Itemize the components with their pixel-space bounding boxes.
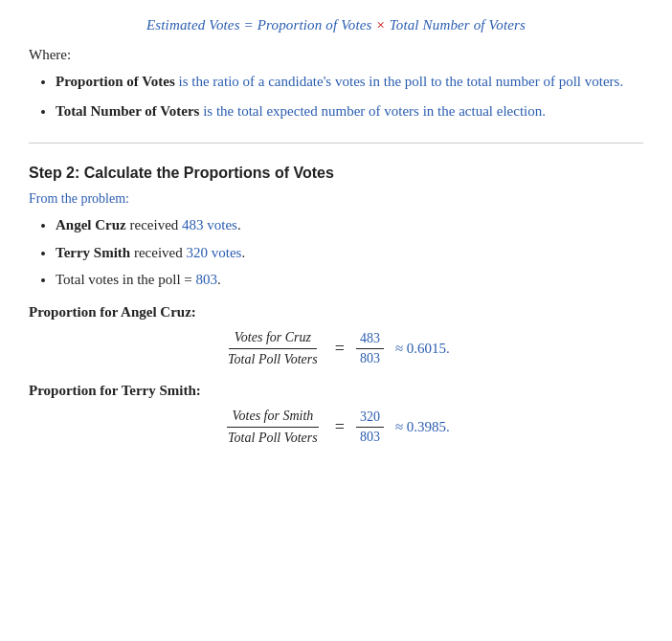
formula-display: Estimated Votes = Proportion of Votes × … <box>29 17 643 33</box>
formula-proportion: Proportion of Votes <box>258 17 372 33</box>
angel-name: Angel Cruz <box>56 217 126 232</box>
total-value: 803 <box>196 272 218 287</box>
total-end: . <box>217 272 221 287</box>
section-divider <box>29 143 643 144</box>
angel-num: 483 <box>356 331 384 349</box>
total-prefix: Total votes in the poll = <box>56 272 196 287</box>
angel-den: 803 <box>356 349 384 366</box>
smith-number-fraction: 320 803 <box>356 409 384 445</box>
smith-approx: ≈ 0.3985. <box>395 419 450 435</box>
angel-end: . <box>237 217 241 232</box>
term-total: Total Number of Voters <box>56 103 199 119</box>
votes-list: Angel Cruz received 483 votes. Terry Smi… <box>29 214 643 291</box>
desc-proportion: is the ratio of a candidate's votes in t… <box>175 74 623 89</box>
formula-total: Total Number of Voters <box>390 17 526 33</box>
angel-text: received <box>126 217 182 232</box>
smith-den: 803 <box>356 428 384 445</box>
formula-times: × <box>375 17 389 33</box>
angel-word-fraction: Votes for Cruz Total Poll Voters <box>222 330 324 367</box>
smith-fraction-numerator: Votes for Smith <box>227 409 320 428</box>
from-problem-label: From the problem: <box>29 191 643 207</box>
step2-heading: Step 2: Calculate the Proportions of Vot… <box>29 165 643 182</box>
list-item: Total Number of Voters is the total expe… <box>56 100 643 122</box>
angel-proportion-label: Proportion for Angel Cruz: <box>29 304 643 320</box>
definition-list: Proportion of Votes is the ratio of a ca… <box>29 71 643 122</box>
smith-equals: = <box>335 417 345 437</box>
list-item-terry: Terry Smith received 320 votes. <box>56 242 643 264</box>
smith-fraction-denominator: Total Poll Voters <box>222 428 324 446</box>
list-item: Proportion of Votes is the ratio of a ca… <box>56 71 643 93</box>
where-label: Where: <box>29 47 643 63</box>
angel-number-fraction: 483 803 <box>356 331 384 366</box>
smith-num: 320 <box>356 409 384 428</box>
angel-equals: = <box>335 339 345 359</box>
term-proportion: Proportion of Votes <box>56 74 175 89</box>
formula-estimated: Estimated Votes <box>146 17 240 33</box>
terry-end: . <box>241 245 245 260</box>
smith-fraction-block: Votes for Smith Total Poll Voters = 320 … <box>29 409 643 446</box>
angel-fraction-block: Votes for Cruz Total Poll Voters = 483 8… <box>29 330 643 367</box>
angel-fraction-denominator: Total Poll Voters <box>222 349 324 367</box>
angel-fraction-numerator: Votes for Cruz <box>229 330 317 349</box>
formula-equals: = <box>244 17 258 33</box>
terry-text: received <box>130 245 186 260</box>
smith-proportion-label: Proportion for Terry Smith: <box>29 383 643 399</box>
angel-value: 483 votes <box>182 217 237 232</box>
angel-approx: ≈ 0.6015. <box>395 341 450 357</box>
terry-name: Terry Smith <box>56 245 130 260</box>
list-item-total: Total votes in the poll = 803. <box>56 269 643 291</box>
desc-total: is the total expected number of voters i… <box>199 103 546 119</box>
list-item-angel: Angel Cruz received 483 votes. <box>56 214 643 236</box>
terry-value: 320 votes <box>187 245 242 260</box>
smith-word-fraction: Votes for Smith Total Poll Voters <box>222 409 324 446</box>
